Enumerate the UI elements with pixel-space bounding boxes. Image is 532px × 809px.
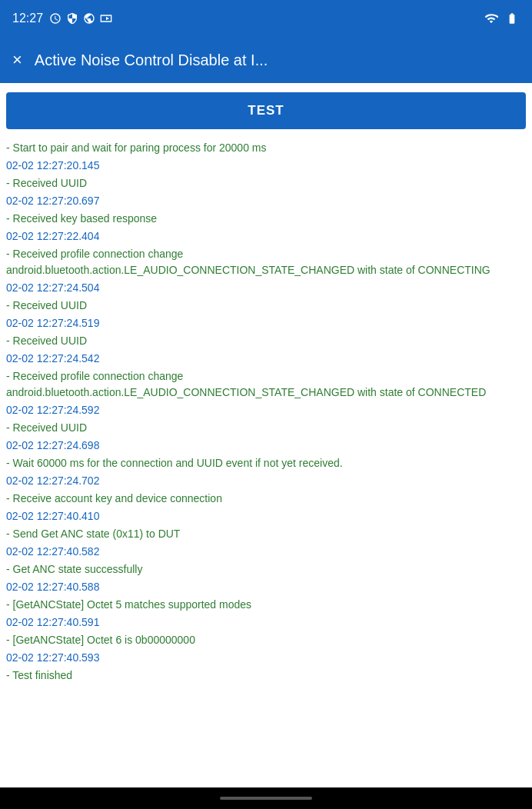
log-entry: 02-02 12:27:24.698: [6, 438, 512, 454]
close-button[interactable]: ×: [12, 50, 22, 70]
content-area: TEST - Start to pair and wait for paring…: [0, 83, 532, 787]
alarm-icon: [49, 12, 62, 25]
log-message: - Received UUID: [6, 299, 87, 311]
log-content: - Start to pair and wait for paring proc…: [6, 140, 523, 684]
status-bar-right: [484, 12, 520, 25]
globe-icon: [83, 12, 95, 25]
log-entry: - Receive account key and device connect…: [6, 491, 512, 507]
screen-record-icon: [100, 12, 112, 25]
test-button[interactable]: TEST: [6, 92, 526, 129]
log-entry: 02-02 12:27:20.697: [6, 193, 512, 209]
log-timestamp: 02-02 12:27:20.697: [6, 195, 99, 207]
battery-icon: [504, 12, 520, 25]
log-entry: - [GetANCState] Octet 6 is 0b00000000: [6, 632, 512, 648]
log-message: - Received profile connection change and…: [6, 248, 490, 276]
log-message: - Received key based response: [6, 212, 157, 225]
vpn-icon: [66, 12, 78, 25]
log-entry: 02-02 12:27:40.582: [6, 544, 512, 560]
log-message: - Received UUID: [6, 335, 87, 347]
log-timestamp: 02-02 12:27:24.504: [6, 281, 99, 294]
log-entry: - Wait 60000 ms for the connection and U…: [6, 455, 512, 471]
log-timestamp: 02-02 12:27:24.542: [6, 352, 99, 365]
wifi-icon: [484, 12, 498, 25]
status-icons: [49, 12, 112, 25]
log-entry: - [GetANCState] Octet 5 matches supporte…: [6, 597, 512, 613]
log-entry: 02-02 12:27:40.593: [6, 650, 512, 666]
log-timestamp: 02-02 12:27:24.519: [6, 317, 99, 329]
bottom-bar: [0, 787, 532, 809]
log-entry: 02-02 12:27:40.410: [6, 508, 512, 524]
log-entry: 02-02 12:27:24.542: [6, 351, 512, 367]
log-entry: - Test finished: [6, 668, 512, 684]
log-timestamp: 02-02 12:27:40.588: [6, 581, 99, 593]
log-entry: - Start to pair and wait for paring proc…: [6, 140, 512, 156]
log-entry: - Received UUID: [6, 298, 512, 314]
status-bar: 12:27: [0, 0, 532, 37]
log-entry: 02-02 12:27:24.702: [6, 473, 512, 489]
log-entry: - Received profile connection change and…: [6, 246, 512, 278]
log-entry: - Received UUID: [6, 420, 512, 436]
log-entry: 02-02 12:27:40.591: [6, 614, 512, 631]
status-time: 12:27: [12, 12, 43, 25]
log-entry: 02-02 12:27:24.504: [6, 280, 512, 296]
log-timestamp: 02-02 12:27:40.582: [6, 545, 99, 558]
log-timestamp: 02-02 12:27:24.698: [6, 439, 99, 451]
log-entry: - Received profile connection change and…: [6, 368, 512, 401]
log-message: - Received UUID: [6, 177, 87, 189]
log-message: - Received UUID: [6, 421, 87, 434]
log-entry: - Get ANC state successfully: [6, 561, 512, 578]
log-entry: 02-02 12:27:40.588: [6, 579, 512, 595]
log-area[interactable]: - Start to pair and wait for paring proc…: [6, 137, 526, 781]
log-message: - Received profile connection change and…: [6, 370, 486, 398]
log-entry: - Received UUID: [6, 333, 512, 349]
log-timestamp: 02-02 12:27:20.145: [6, 159, 99, 171]
log-message: - Wait 60000 ms for the connection and U…: [6, 457, 343, 469]
log-timestamp: 02-02 12:27:40.591: [6, 616, 99, 628]
log-entry: 02-02 12:27:24.519: [6, 315, 512, 331]
app-bar: × Active Noise Control Disable at I...: [0, 37, 532, 83]
log-message: - [GetANCState] Octet 5 matches supporte…: [6, 598, 251, 611]
log-entry: - Send Get ANC state (0x11) to DUT: [6, 526, 512, 542]
log-message: - Receive account key and device connect…: [6, 492, 222, 504]
log-entry: - Received UUID: [6, 175, 512, 191]
log-timestamp: 02-02 12:27:24.592: [6, 404, 99, 416]
status-bar-left: 12:27: [12, 12, 112, 25]
log-message: - [GetANCState] Octet 6 is 0b00000000: [6, 634, 195, 646]
log-entry: 02-02 12:27:20.145: [6, 158, 512, 174]
log-timestamp: 02-02 12:27:22.404: [6, 230, 99, 242]
log-timestamp: 02-02 12:27:40.410: [6, 510, 99, 522]
log-timestamp: 02-02 12:27:40.593: [6, 651, 99, 664]
log-message: - Test finished: [6, 669, 72, 681]
home-indicator: [220, 797, 312, 800]
log-timestamp: 02-02 12:27:24.702: [6, 474, 99, 487]
log-entry: - Received key based response: [6, 211, 512, 227]
log-message: - Start to pair and wait for paring proc…: [6, 141, 267, 154]
log-message: - Send Get ANC state (0x11) to DUT: [6, 528, 180, 540]
log-message: - Get ANC state successfully: [6, 563, 142, 575]
app-bar-title: Active Noise Control Disable at I...: [35, 52, 520, 69]
phone-container: 12:27: [0, 0, 532, 809]
log-entry: 02-02 12:27:24.592: [6, 402, 512, 418]
log-entry: 02-02 12:27:22.404: [6, 228, 512, 245]
